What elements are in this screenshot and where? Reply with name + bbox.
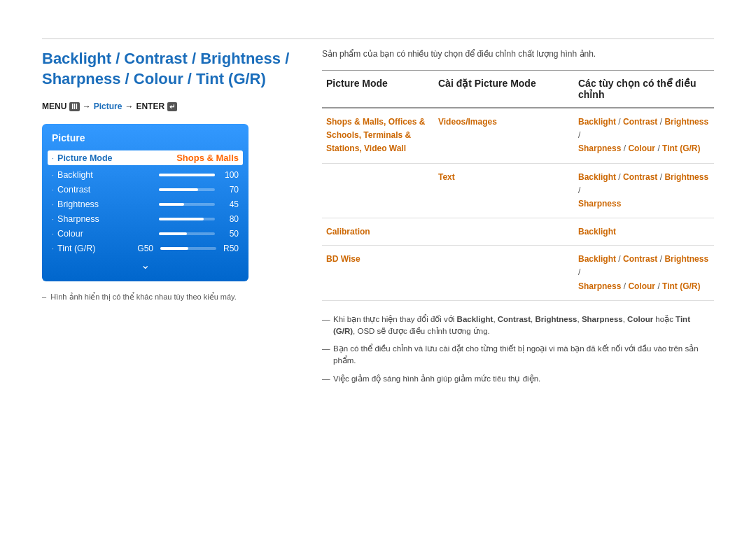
panel-title: Picture (52, 132, 239, 143)
right-column: Sản phẩm của bạn có nhiều tùy chọn để đi… (322, 49, 714, 391)
bullet: · (52, 171, 54, 179)
enter-icon: ↵ (167, 102, 177, 111)
row3-options: Backlight (574, 224, 714, 239)
picture-mode-label: Picture Mode (57, 153, 176, 163)
backlight-row[interactable]: · Backlight 100 (52, 170, 239, 180)
page-title: Backlight / Contrast / Brightness / Shar… (42, 49, 308, 89)
col-header-mode: Picture Mode (322, 75, 434, 103)
row4-options: Backlight / Contrast / Brightness / Shar… (574, 251, 714, 295)
top-divider (42, 38, 714, 39)
contrast-label: Contrast (57, 185, 155, 195)
tint-row[interactable]: · Tint (G/R) G50 R50 (52, 244, 239, 253)
sharpness-row[interactable]: · Sharpness 80 (52, 214, 239, 224)
left-column: Backlight / Contrast / Brightness / Shar… (42, 49, 308, 302)
tint-slider[interactable] (160, 247, 216, 250)
menu-icon: III (69, 102, 79, 111)
note-1: Khi bạn thực hiện thay đổi đối với Backl… (322, 314, 714, 338)
menu-label: MENU (42, 101, 66, 111)
picture-mode-row[interactable]: · Picture Mode Shops & Malls (48, 150, 243, 165)
brightness-value: 45 (219, 199, 239, 209)
tint-g-value: G50 (137, 244, 153, 253)
colour-value: 50 (219, 229, 239, 239)
chevron-down: ⌄ (52, 258, 239, 272)
table-row: Text Backlight / Contrast / Brightness /… (322, 164, 714, 219)
tint-r-value: R50 (223, 244, 239, 253)
col-header-setting: Cài đặt Picture Mode (434, 75, 574, 103)
picture-table: Picture Mode Cài đặt Picture Mode Các tù… (322, 70, 714, 301)
row1-options: Backlight / Contrast / Brightness / Shar… (574, 114, 714, 157)
row1-mode: Shops & Malls, Offices & Schools, Termin… (322, 114, 434, 157)
footnote: – Hình ảnh hiển thị có thể khác nhau tùy… (42, 293, 308, 302)
contrast-row[interactable]: · Contrast 70 (52, 185, 239, 195)
brightness-label: Brightness (57, 199, 155, 209)
enter-label: ENTER (136, 101, 164, 111)
backlight-slider[interactable] (159, 174, 215, 176)
row1-setting: Videos/Images (434, 114, 574, 129)
arrow2: → (125, 101, 133, 111)
row2-mode (322, 169, 434, 172)
bullet: · (52, 215, 54, 223)
note-2: Bạn có thể điều chỉnh và lưu cài đặt cho… (322, 343, 714, 367)
table-header: Picture Mode Cài đặt Picture Mode Các tù… (322, 70, 714, 108)
picture-panel: Picture · Picture Mode Shops & Malls · B… (42, 124, 248, 281)
contrast-value: 70 (219, 185, 239, 195)
row2-setting: Text (434, 169, 574, 185)
intro-text: Sản phẩm của bạn có nhiều tùy chọn để đi… (322, 49, 714, 59)
table-row: Shops & Malls, Offices & Schools, Termin… (322, 108, 714, 164)
sharpness-slider[interactable] (159, 218, 215, 220)
backlight-label: Backlight (57, 170, 155, 180)
sharpness-value: 80 (219, 214, 239, 224)
picture-mode-value: Shops & Malls (176, 153, 239, 163)
colour-row[interactable]: · Colour 50 (52, 229, 239, 239)
bullet: · (52, 185, 54, 194)
colour-label: Colour (57, 229, 155, 239)
arrow1: → (83, 101, 91, 111)
note-3: Việc giảm độ sáng hình ảnh giúp giảm mức… (322, 373, 714, 385)
brightness-row[interactable]: · Brightness 45 (52, 199, 239, 209)
bullet: · (52, 244, 54, 253)
col-header-options: Các tùy chọn có thể điều chỉnh (574, 75, 714, 103)
bullet: · (52, 154, 54, 162)
notes-section: Khi bạn thực hiện thay đổi đối với Backl… (322, 314, 714, 385)
menu-path: MENU III → Picture → ENTER ↵ (42, 101, 308, 111)
bullet: · (52, 230, 54, 238)
contrast-slider[interactable] (159, 188, 215, 191)
row2-options: Backlight / Contrast / Brightness / Shar… (574, 169, 714, 213)
picture-link: Picture (94, 101, 122, 111)
tint-label: Tint (G/R) (57, 244, 137, 253)
brightness-slider[interactable] (159, 203, 215, 206)
row4-setting (434, 251, 574, 254)
sharpness-label: Sharpness (57, 214, 155, 224)
row3-mode: Calibration (322, 224, 434, 239)
table-row: BD Wise Backlight / Contrast / Brightnes… (322, 246, 714, 301)
table-row: Calibration Backlight (322, 218, 714, 246)
colour-slider[interactable] (159, 232, 215, 235)
bullet: · (52, 200, 54, 209)
backlight-value: 100 (219, 170, 239, 180)
row4-mode: BD Wise (322, 251, 434, 267)
row3-setting (434, 224, 574, 227)
